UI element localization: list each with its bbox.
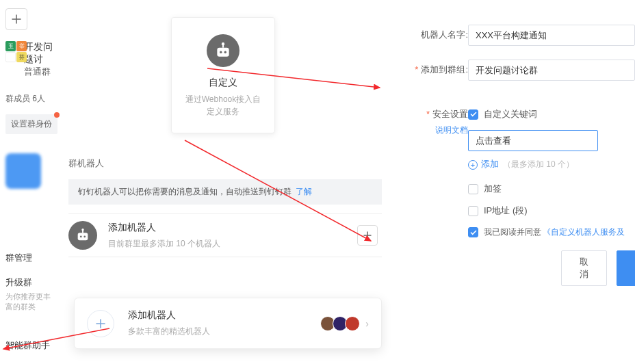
member-count: 群成员 6人 <box>5 93 57 105</box>
keyword-checkbox[interactable] <box>468 109 478 120</box>
ip-checkbox-label: IP地址 (段) <box>484 205 528 217</box>
float-card-title: 添加机器人 <box>128 309 210 322</box>
robot-info-banner: 钉钉机器人可以把你需要的消息及通知，自动推送到钉钉群 了解 <box>68 179 382 205</box>
robot-info-text: 钉钉机器人可以把你需要的消息及通知，自动推送到钉钉群 <box>78 186 291 198</box>
plus-circle-icon <box>87 310 114 337</box>
sign-checkbox-label: 加签 <box>484 183 502 195</box>
terms-checkbox[interactable] <box>468 227 478 237</box>
add-keyword-link[interactable]: + 添加 （最多添加 10 个） <box>468 158 635 170</box>
add-robot-row: 添加机器人 目前群里最多添加 10 个机器人 <box>68 213 382 257</box>
add-robot-button[interactable] <box>357 225 378 246</box>
robot-icon <box>207 34 239 67</box>
add-keyword-hint: （最多添加 10 个） <box>503 159 574 170</box>
robot-name-label: 机器人名字: <box>391 25 468 41</box>
group-name: 开发问题讨 <box>24 41 57 66</box>
robot-section-title: 群机器人 <box>68 157 104 170</box>
robot-info-link[interactable]: 了解 <box>296 186 312 198</box>
upgrade-group-heading[interactable]: 升级群 <box>5 276 57 289</box>
group-subtitle: 普通群 <box>24 66 57 78</box>
robot-icon <box>68 221 97 250</box>
smart-assistant-heading[interactable]: 智能群助手 <box>5 339 57 352</box>
svg-point-5 <box>80 235 82 237</box>
svg-point-2 <box>224 51 226 53</box>
new-group-button[interactable] <box>5 8 27 30</box>
terms-text: 我已阅读并同意 <box>484 226 541 238</box>
group-item[interactable]: 玉举芬 开发问题讨 普通群 <box>5 41 57 78</box>
custom-robot-title: 自定义 <box>180 77 266 89</box>
ip-checkbox[interactable] <box>468 206 478 216</box>
custom-robot-desc2: 定义服务 <box>180 105 266 118</box>
group-manage-heading[interactable]: 群管理 <box>5 252 57 264</box>
float-card-desc: 多款丰富的精选机器人 <box>128 326 210 337</box>
set-group-role-button[interactable]: 设置群身份 <box>5 114 57 134</box>
doc-link[interactable]: 说明文档 <box>391 125 468 136</box>
add-robot-title: 添加机器人 <box>108 222 220 234</box>
security-settings-label: 安全设置 <box>426 105 468 119</box>
keyword-input[interactable] <box>468 130 598 151</box>
group-avatar: 玉举芬 <box>5 41 20 62</box>
add-to-group-input[interactable] <box>468 60 635 81</box>
keyword-checkbox-label: 自定义关键词 <box>484 108 537 120</box>
svg-rect-0 <box>217 48 229 57</box>
robot-name-input[interactable] <box>468 25 635 46</box>
add-to-group-label: 添加到群组: <box>391 60 468 76</box>
terms-link[interactable]: 《自定义机器人服务及 <box>543 226 625 238</box>
custom-robot-desc1: 通过Webhook接入自 <box>180 93 266 105</box>
svg-point-3 <box>222 42 224 45</box>
finish-button[interactable]: 完成 <box>617 250 635 286</box>
member-avatar-preview <box>5 153 41 189</box>
svg-point-6 <box>83 235 86 237</box>
custom-robot-card[interactable]: 自定义 通过Webhook接入自 定义服务 <box>171 17 275 133</box>
chevron-right-icon: › <box>365 318 369 329</box>
upgrade-group-sub: 为你推荐更丰富的群类 <box>5 291 57 312</box>
add-robot-float-card[interactable]: 添加机器人 多款丰富的精选机器人 › <box>74 298 382 349</box>
svg-point-1 <box>220 51 222 53</box>
svg-rect-4 <box>78 233 88 240</box>
svg-point-7 <box>81 229 83 231</box>
add-robot-desc: 目前群里最多添加 10 个机器人 <box>108 238 220 250</box>
robot-gallery-icons: › <box>320 316 369 331</box>
sign-checkbox[interactable] <box>468 184 478 194</box>
cancel-button[interactable]: 取消 <box>561 250 607 286</box>
